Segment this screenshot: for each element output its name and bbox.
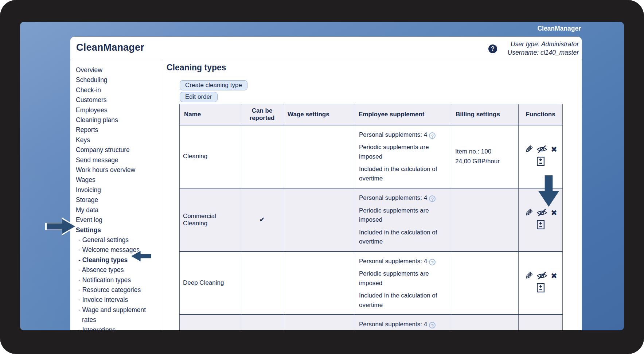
edit-order-button[interactable]: Edit order: [180, 92, 218, 102]
sidebar-item-customers[interactable]: Customers: [76, 95, 163, 105]
help-icon[interactable]: ?: [488, 44, 497, 53]
create-cleaning-type-button[interactable]: Create cleaning type: [180, 80, 247, 90]
sidebar-item-overview[interactable]: Overview: [76, 65, 163, 75]
col-header-wage-settings: Wage settings: [283, 104, 354, 125]
billing-item-no: Item no.: 100: [455, 148, 518, 155]
app-panel: CleanManager ? User type: Administrator …: [70, 36, 582, 330]
help-circle-icon[interactable]: ?: [429, 195, 436, 202]
sidebar-item-check-in[interactable]: Check-in: [76, 85, 163, 95]
sidebar-item-keys[interactable]: Keys: [76, 135, 163, 145]
delete-icon[interactable]: ✖: [551, 145, 557, 153]
help-circle-icon[interactable]: ?: [429, 132, 436, 139]
supplement-order-icon[interactable]: [536, 220, 545, 230]
table-header-row: Name Can be reported Wage settings Emplo…: [180, 104, 563, 125]
cleaning-types-table: Name Can be reported Wage settings Emplo…: [179, 104, 563, 330]
cell-reported: [241, 252, 283, 315]
edit-icon[interactable]: [524, 145, 533, 154]
help-circle-icon[interactable]: ?: [429, 259, 436, 265]
overtime-text: Included in the calculation of overtime: [359, 228, 447, 246]
sidebar-item-scheduling[interactable]: Scheduling: [76, 75, 163, 85]
cell-wage-settings: [283, 125, 354, 188]
cell-name: Regular Cleaning: [180, 315, 241, 330]
sidebar-item-resource-categories[interactable]: - Resource categories: [76, 285, 151, 295]
col-header-employee-supplement: Employee supplement: [354, 104, 451, 125]
desktop-background: CleanManager CleanManager ? User type: A…: [20, 22, 624, 330]
supplement-order-icon[interactable]: [536, 156, 545, 166]
cell-wage-settings: [283, 252, 354, 315]
screenshot-stage: CleanManager CleanManager ? User type: A…: [0, 0, 644, 354]
sidebar-item-work-hours-overview[interactable]: Work hours overview: [76, 165, 163, 175]
sidebar-item-company-structure[interactable]: Company structure: [76, 145, 163, 155]
sidebar-list: Overview Scheduling Check-in Customers E…: [76, 65, 163, 330]
col-header-functions: Functions: [519, 104, 563, 125]
periodic-supplements-text: Periodic supplements are imposed: [359, 143, 447, 161]
cell-employee-supplement: Personal supplements: 4? Periodic supple…: [354, 125, 451, 188]
cell-functions: ✖: [519, 315, 563, 330]
cell-reported: [241, 125, 283, 188]
personal-supplements-text: Personal supplements: 4: [359, 258, 427, 265]
sidebar-item-event-log[interactable]: Event log: [76, 215, 163, 225]
username-label: Username: cl140_master: [508, 48, 579, 57]
sidebar-item-employees[interactable]: Employees: [76, 105, 163, 115]
sidebar-item-wages[interactable]: Wages: [76, 175, 163, 185]
cell-employee-supplement: Personal supplements: 4? Periodic supple…: [354, 252, 451, 315]
overtime-text: Included in the calculation of overtime: [359, 291, 447, 310]
help-circle-icon[interactable]: ?: [429, 322, 436, 328]
sidebar-item-integrations[interactable]: - Integrations: [76, 325, 151, 330]
cell-reported: [241, 315, 283, 330]
sidebar-item-storage[interactable]: Storage: [76, 195, 163, 205]
sidebar-item-cleaning-plans[interactable]: Cleaning plans: [76, 115, 163, 125]
sidebar-item-invoicing[interactable]: Invoicing: [76, 185, 163, 195]
delete-icon[interactable]: ✖: [551, 272, 557, 280]
personal-supplements-text: Personal supplements: 4: [359, 321, 427, 328]
hide-icon[interactable]: [536, 271, 547, 280]
cell-billing: [451, 252, 519, 315]
cell-employee-supplement: Personal supplements: 4? Periodic supple…: [354, 315, 451, 330]
cell-name: Commercial Cleaning: [180, 188, 241, 252]
overtime-text: Included in the calculation of overtime: [359, 164, 447, 183]
table-row: Deep Cleaning Personal supplements: 4? P…: [180, 252, 563, 315]
sidebar-item-invoice-intervals[interactable]: - Invoice intervals: [76, 295, 151, 305]
cell-name: Cleaning: [180, 125, 241, 188]
cell-functions: ✖: [519, 125, 563, 188]
main-content: Cleaning types Create cleaning type Edit…: [164, 60, 582, 330]
sidebar-item-wage-supplement-rates[interactable]: - Wage and supplement rates: [76, 305, 151, 325]
col-header-billing-settings: Billing settings: [451, 104, 519, 125]
personal-supplements-text: Personal supplements: 4: [359, 194, 427, 201]
user-type-label: User type: Administrator: [508, 40, 579, 48]
sidebar-item-reports[interactable]: Reports: [76, 125, 163, 135]
periodic-supplements-text: Periodic supplements are imposed: [359, 206, 447, 225]
cell-billing: [451, 188, 519, 252]
window-brand-label: CleanManager: [537, 25, 581, 32]
sidebar-nav: Overview Scheduling Check-in Customers E…: [70, 61, 163, 330]
sidebar-item-my-data[interactable]: My data: [76, 205, 163, 215]
cell-functions: ✖: [519, 252, 563, 315]
sidebar-item-send-message[interactable]: Send message: [76, 155, 163, 165]
table-row: Commercial Cleaning ✔ Personal supplemen…: [180, 188, 563, 252]
sidebar-item-settings[interactable]: Settings: [76, 225, 163, 235]
cell-billing: [451, 315, 519, 330]
hide-icon[interactable]: [536, 145, 547, 154]
cell-functions: ✖: [519, 188, 563, 252]
cell-wage-settings: [283, 188, 354, 252]
page-title: Cleaning types: [167, 63, 226, 73]
sidebar-item-general-settings[interactable]: - General settings: [76, 235, 151, 245]
supplement-order-icon[interactable]: [536, 283, 545, 293]
billing-rate: 24,00 GBP/hour: [455, 158, 518, 165]
cell-name: Deep Cleaning: [180, 252, 241, 315]
sidebar-item-notification-types[interactable]: - Notification types: [76, 275, 151, 285]
table-row: Cleaning Personal supplements: 4? Period…: [180, 125, 563, 188]
sidebar-item-absence-types[interactable]: - Absence types: [76, 265, 151, 275]
app-header: CleanManager ? User type: Administrator …: [70, 37, 582, 60]
edit-icon[interactable]: [524, 208, 533, 217]
personal-supplements-text: Personal supplements: 4: [359, 131, 427, 138]
edit-icon[interactable]: [524, 271, 533, 280]
app-title: CleanManager: [76, 42, 144, 53]
col-header-can-be-reported: Can be reported: [241, 104, 283, 125]
col-header-name: Name: [180, 104, 241, 125]
hide-icon[interactable]: [536, 208, 547, 217]
cell-billing: Item no.: 100 24,00 GBP/hour: [451, 125, 519, 188]
cell-employee-supplement: Personal supplements: 4? Periodic supple…: [354, 188, 451, 252]
delete-icon[interactable]: ✖: [551, 209, 557, 217]
user-info: User type: Administrator Username: cl140…: [508, 40, 579, 57]
